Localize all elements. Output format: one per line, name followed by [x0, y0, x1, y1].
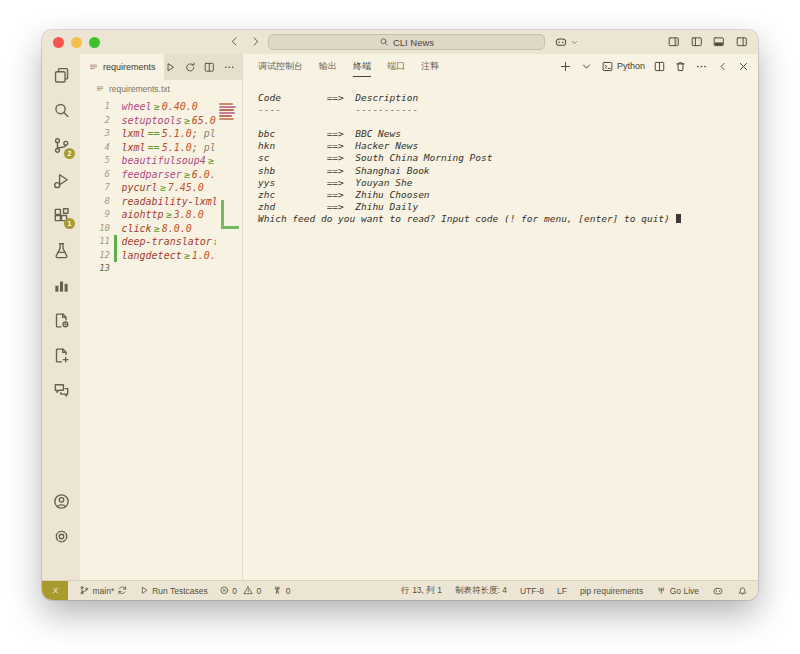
active-terminal-button[interactable]: Python: [601, 60, 645, 73]
layout-panel-icon[interactable]: [712, 35, 726, 49]
activity-item-settings[interactable]: [42, 519, 80, 554]
minimap-marks: [219, 103, 236, 120]
token: 3.8.0: [174, 209, 204, 220]
layout-custom-icon[interactable]: [667, 35, 681, 49]
problems-status[interactable]: 0 0: [219, 585, 261, 596]
remote-indicator[interactable]: [42, 581, 68, 600]
flask-icon: [52, 241, 71, 260]
split-icon[interactable]: [203, 61, 216, 74]
activity-item-tasks[interactable]: [42, 303, 80, 338]
activity-item-testing[interactable]: [42, 233, 80, 268]
copilot-status-icon[interactable]: [712, 585, 724, 597]
activity-item-explorer[interactable]: [42, 58, 80, 93]
tab-label: requirements: [103, 62, 156, 72]
line-number: 7: [80, 181, 110, 195]
token: feedparser: [122, 169, 182, 180]
language-mode[interactable]: pip requirements: [580, 586, 643, 596]
activity-item-run-debug[interactable]: [42, 163, 80, 198]
terminal-dropdown-button[interactable]: [580, 60, 593, 73]
token: 8.0.0: [162, 223, 192, 234]
git-gutter: [114, 127, 117, 141]
play-icon: [139, 585, 150, 596]
activity-item-search[interactable]: [42, 93, 80, 128]
terminal-cursor: [676, 214, 681, 224]
maximize-panel-button[interactable]: [716, 60, 729, 73]
tab-size[interactable]: 制表符长度: 4: [455, 585, 507, 597]
tab-requirements[interactable]: requirements: [80, 54, 164, 80]
token: deep-translator: [122, 236, 212, 247]
panel-tab-调试控制台[interactable]: 调试控制台: [258, 55, 303, 77]
token: lxml: [122, 142, 146, 153]
activity-item-extensions[interactable]: 1: [42, 198, 80, 233]
panel-tab-输出[interactable]: 输出: [319, 55, 337, 77]
minimap-change-marker: [221, 200, 239, 229]
git-branch-status[interactable]: main*: [79, 585, 128, 596]
token: click: [122, 223, 152, 234]
copilot-icon: [554, 35, 568, 49]
activity-item-chart[interactable]: [42, 268, 80, 303]
line-code: feedparser≥6.0.0: [122, 168, 222, 182]
plus-icon: [559, 60, 572, 73]
more-actions-button[interactable]: [695, 60, 708, 73]
line-number: 6: [80, 168, 110, 182]
account-icon: [52, 492, 71, 511]
eol[interactable]: LF: [557, 586, 567, 596]
split-terminal-button[interactable]: [653, 60, 666, 73]
breadcrumb[interactable]: requirements.txt: [80, 80, 242, 97]
sync-icon[interactable]: [117, 585, 128, 596]
panel-tab-端口[interactable]: 端口: [387, 55, 405, 77]
activity-item-accounts[interactable]: [42, 484, 80, 519]
chev-left-icon: [716, 60, 729, 73]
radio-tower-icon: [272, 585, 283, 596]
token: ≥: [166, 209, 172, 220]
token: ≥: [184, 169, 190, 180]
ports-status[interactable]: 0: [272, 585, 290, 596]
minimap[interactable]: [216, 97, 242, 580]
activity-item-comments[interactable]: [42, 373, 80, 408]
layout-right-icon[interactable]: [735, 35, 749, 49]
line-number: 3: [80, 127, 110, 141]
terminal[interactable]: Code ==> Description ---- ----------- bb…: [243, 78, 758, 580]
kill-terminal-button[interactable]: [674, 60, 687, 73]
git-gutter: [114, 181, 117, 195]
cursor-position[interactable]: 行 13, 列 1: [401, 585, 442, 597]
notifications-bell-icon[interactable]: [737, 585, 748, 596]
activity-item-new-file-tool[interactable]: [42, 338, 80, 373]
encoding[interactable]: UTF-8: [520, 586, 544, 596]
run-testcases-button[interactable]: Run Testcases: [139, 585, 208, 596]
go-live-button[interactable]: Go Live: [656, 585, 699, 596]
panel-tab-注释[interactable]: 注释: [421, 55, 439, 77]
command-center-search[interactable]: CLI News: [268, 34, 545, 50]
back-icon[interactable]: [228, 35, 241, 48]
panel-tab-终端[interactable]: 终端: [353, 55, 371, 77]
layout-left-icon[interactable]: [690, 35, 704, 49]
activity-item-source-control[interactable]: 2: [42, 128, 80, 163]
close-panel-button[interactable]: [737, 60, 750, 73]
zoom-window-button[interactable]: [89, 37, 100, 48]
broadcast-icon: [656, 585, 667, 596]
new-terminal-button[interactable]: [559, 60, 572, 73]
split-icon: [653, 60, 666, 73]
forward-icon[interactable]: [249, 35, 262, 48]
line-code: lxml==5.1.0; plat: [122, 141, 228, 155]
token: wheel: [122, 101, 152, 112]
branch-icon: [79, 585, 90, 596]
line-code: lxml==5.1.0; plat: [122, 127, 228, 141]
token: langdetect: [122, 250, 182, 261]
rerun-icon[interactable]: [184, 61, 197, 74]
git-gutter: [114, 195, 117, 209]
line-number: 10: [80, 222, 110, 236]
status-bar: main* Run Testcases 0 0 0 行 13, 列 1 制表符长…: [42, 580, 758, 600]
remote-icon: [50, 585, 61, 596]
ellipsis-icon[interactable]: [223, 61, 236, 74]
editor[interactable]: 1wheel≥0.40.02setuptools≥65.0.03lxml==5.…: [80, 97, 242, 580]
minimize-window-button[interactable]: [71, 37, 82, 48]
badge: 2: [64, 148, 75, 159]
git-gutter: [114, 114, 117, 128]
token: ≥: [154, 223, 160, 234]
close-window-button[interactable]: [53, 37, 64, 48]
copilot-menu-button[interactable]: [554, 35, 579, 49]
token: readability-lxml: [122, 196, 218, 207]
token: ==: [148, 128, 160, 139]
play-icon[interactable]: [164, 61, 177, 74]
